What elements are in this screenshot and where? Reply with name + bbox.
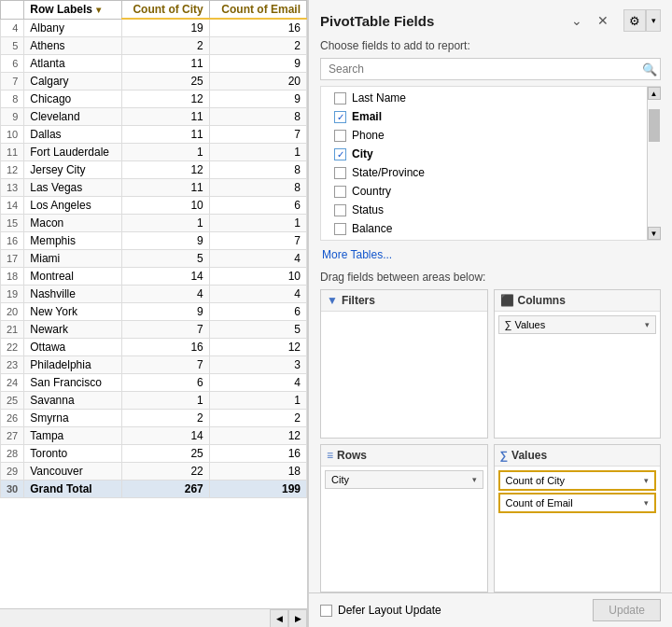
count-city-3: 25 xyxy=(121,73,209,91)
field-label-5: Country xyxy=(352,185,391,198)
columns-icon: ⬛ xyxy=(500,294,514,307)
count-email-8: 8 xyxy=(209,161,306,179)
count-email-17: 5 xyxy=(209,321,306,339)
count-city-24: 25 xyxy=(121,445,209,463)
row-label-8: Jersey City xyxy=(24,161,121,179)
field-label-4: State/Province xyxy=(352,166,425,179)
values-area[interactable]: ∑ Values Count of City ▾ Count of Email … xyxy=(494,444,662,593)
row-num-1: 5 xyxy=(1,37,24,55)
row-num-6: 10 xyxy=(1,126,24,144)
count-email-11: 1 xyxy=(209,215,306,232)
row-label-25: Vancouver xyxy=(24,463,121,481)
city-chip-arrow: ▾ xyxy=(472,475,477,484)
field-item-0[interactable]: Last Name xyxy=(332,89,636,107)
close-button[interactable]: ✕ xyxy=(594,11,612,30)
row-num-20: 24 xyxy=(1,374,24,392)
field-item-2[interactable]: Phone xyxy=(332,126,636,145)
row-label-4: Chicago xyxy=(24,91,121,108)
row-num-24: 28 xyxy=(1,445,24,463)
scroll-track xyxy=(648,100,661,227)
row-label-22: Smyrna xyxy=(24,410,121,427)
row-num-5: 9 xyxy=(1,108,24,126)
pivot-table-scroll[interactable]: Row Labels ▾ Count of City Count of Emai… xyxy=(0,0,307,608)
gear-dropdown[interactable]: ▾ xyxy=(646,9,661,32)
count-email-22: 2 xyxy=(209,410,306,427)
gear-button[interactable]: ⚙ xyxy=(623,9,646,32)
count-city-chip[interactable]: Count of City ▾ xyxy=(498,470,657,491)
update-button[interactable]: Update xyxy=(593,599,661,621)
field-list-scrollbar[interactable]: ▲ ▼ xyxy=(647,87,660,240)
count-city-11: 1 xyxy=(121,215,209,232)
city-chip[interactable]: City ▾ xyxy=(325,470,483,489)
defer-checkbox[interactable] xyxy=(320,605,332,617)
field-item-7[interactable]: Balance xyxy=(332,219,636,238)
count-city-20: 6 xyxy=(121,374,209,392)
field-list-container: Last Name✓EmailPhone✓CityState/ProvinceC… xyxy=(320,86,661,241)
filters-label: Filters xyxy=(342,294,375,307)
field-item-3[interactable]: ✓City xyxy=(332,145,636,163)
scroll-left-arrow[interactable]: ◀ xyxy=(270,609,288,628)
count-city-2: 11 xyxy=(121,55,209,73)
row-num-25: 29 xyxy=(1,463,24,481)
header-controls: ⌄ ✕ ⚙ ▾ xyxy=(567,9,661,32)
count-city-0: 19 xyxy=(121,19,209,37)
filters-area[interactable]: ▼ Filters xyxy=(320,289,488,439)
fields-panel: PivotTable Fields ⌄ ✕ ⚙ ▾ Choose fields … xyxy=(308,0,672,627)
scroll-down-arrow[interactable]: ▼ xyxy=(648,227,661,240)
field-checkbox-2[interactable] xyxy=(334,130,346,142)
count-email-25: 18 xyxy=(209,463,306,481)
field-item-1[interactable]: ✓Email xyxy=(332,107,636,126)
count-city-17: 7 xyxy=(121,321,209,339)
rows-area[interactable]: ≡ Rows City ▾ xyxy=(320,444,488,593)
field-item-6[interactable]: Status xyxy=(332,201,636,219)
field-checkbox-4[interactable] xyxy=(334,167,346,179)
row-label-6: Dallas xyxy=(24,126,121,144)
count-email-18: 12 xyxy=(209,339,306,356)
more-tables-link[interactable]: More Tables... xyxy=(309,244,672,267)
count-email-16: 6 xyxy=(209,303,306,321)
field-label-7: Balance xyxy=(352,222,392,235)
rows-header: ≡ Rows xyxy=(321,445,487,467)
defer-area: Defer Layout Update xyxy=(320,604,441,617)
count-city-18: 16 xyxy=(121,339,209,356)
count-city-chip-arrow: ▾ xyxy=(644,476,649,485)
field-item-4[interactable]: State/Province xyxy=(332,163,636,182)
row-num-9: 13 xyxy=(1,179,24,197)
count-city-15: 4 xyxy=(121,286,209,303)
row-num-0: 4 xyxy=(1,19,24,37)
row-labels-filter[interactable]: Row Labels ▾ xyxy=(30,3,101,16)
field-checkbox-7[interactable] xyxy=(334,223,346,235)
scroll-right-arrow[interactable]: ▶ xyxy=(288,609,307,628)
row-label-26: Grand Total xyxy=(24,481,121,498)
row-labels-header[interactable]: Row Labels ▾ xyxy=(24,1,121,20)
minimize-button[interactable]: ⌄ xyxy=(567,11,586,30)
row-num-17: 21 xyxy=(1,321,24,339)
fields-header: PivotTable Fields ⌄ ✕ ⚙ ▾ xyxy=(309,0,672,37)
scroll-up-arrow[interactable]: ▲ xyxy=(648,87,661,100)
count-city-header: Count of City xyxy=(121,1,209,20)
count-email-4: 9 xyxy=(209,91,306,108)
filter-dropdown-icon[interactable]: ▾ xyxy=(96,5,101,15)
pivot-table-panel: Row Labels ▾ Count of City Count of Emai… xyxy=(0,0,308,627)
row-num-22: 26 xyxy=(1,410,24,427)
field-item-5[interactable]: Country xyxy=(332,182,636,201)
field-checkbox-5[interactable] xyxy=(334,186,346,198)
field-label-6: Status xyxy=(352,203,384,216)
search-input[interactable] xyxy=(320,58,661,80)
row-num-21: 25 xyxy=(1,392,24,410)
row-label-11: Macon xyxy=(24,215,121,232)
columns-area[interactable]: ⬛ Columns ∑ Values ▾ xyxy=(494,289,662,439)
filters-header: ▼ Filters xyxy=(321,290,487,312)
filters-content xyxy=(321,312,487,438)
count-email-1: 2 xyxy=(209,37,306,55)
field-checkbox-6[interactable] xyxy=(334,204,346,216)
search-icon-button[interactable]: 🔍 xyxy=(642,63,657,77)
values-chip[interactable]: ∑ Values ▾ xyxy=(498,315,657,334)
row-num-26: 30 xyxy=(1,481,24,498)
field-checkbox-3[interactable]: ✓ xyxy=(334,148,346,160)
field-label-1: Email xyxy=(352,110,382,123)
count-email-chip[interactable]: Count of Email ▾ xyxy=(498,493,657,513)
field-checkbox-1[interactable]: ✓ xyxy=(334,111,346,123)
field-checkbox-0[interactable] xyxy=(334,92,346,104)
count-city-6: 11 xyxy=(121,126,209,144)
